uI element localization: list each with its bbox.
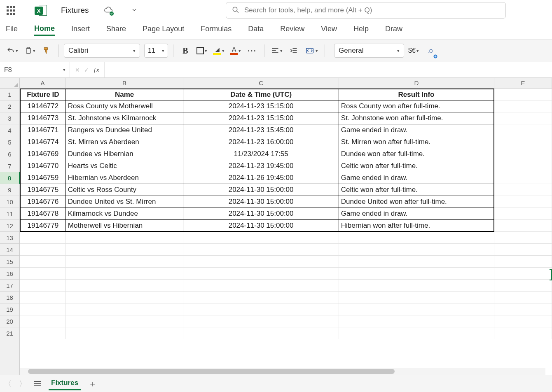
- cell[interactable]: [494, 208, 552, 220]
- indent-button[interactable]: [287, 43, 301, 58]
- cell[interactable]: [494, 303, 552, 315]
- cell[interactable]: 2024-11-30 15:00:00: [183, 220, 339, 232]
- all-sheets-icon[interactable]: [34, 381, 41, 386]
- column-header-D[interactable]: D: [339, 78, 494, 88]
- cell[interactable]: 2024-11-30 15:00:00: [183, 196, 339, 208]
- cell[interactable]: [20, 244, 66, 256]
- cell[interactable]: [20, 256, 66, 268]
- spreadsheet-grid[interactable]: ABCDE 123456789101112131415161718192021 …: [0, 78, 552, 375]
- cell[interactable]: Game ended in draw.: [339, 172, 494, 184]
- cell[interactable]: [339, 327, 494, 339]
- cell[interactable]: [339, 292, 494, 303]
- row-header[interactable]: 21: [0, 327, 19, 339]
- row-header[interactable]: 6: [0, 148, 19, 160]
- sheet-nav-next-icon[interactable]: 〉: [19, 379, 26, 389]
- row-header[interactable]: 19: [0, 303, 19, 315]
- sheet-tab-active[interactable]: Fixtures: [49, 377, 81, 390]
- cell[interactable]: Celtic won after full-time.: [339, 160, 494, 172]
- column-header-C[interactable]: C: [183, 78, 339, 88]
- cell[interactable]: Ross County won after full-time.: [339, 100, 494, 112]
- paste-button[interactable]: ▾: [22, 43, 37, 58]
- cell[interactable]: [494, 184, 552, 196]
- cell[interactable]: Celtic won after full-time.: [339, 184, 494, 196]
- cell[interactable]: St. Johnstone won after full-time.: [339, 112, 494, 124]
- cell[interactable]: [494, 160, 552, 172]
- cell[interactable]: [339, 268, 494, 280]
- cell[interactable]: Fixture ID: [20, 89, 66, 100]
- column-header-E[interactable]: E: [494, 78, 552, 88]
- cell[interactable]: Dundee United vs St. Mirren: [66, 196, 184, 208]
- cell[interactable]: [494, 148, 552, 160]
- cell[interactable]: 19146779: [20, 220, 66, 232]
- cell[interactable]: [20, 268, 66, 280]
- row-header[interactable]: 17: [0, 280, 19, 292]
- cell[interactable]: 19146778: [20, 208, 66, 220]
- cell[interactable]: 2024-11-30 15:00:00: [183, 184, 339, 196]
- cell[interactable]: [183, 232, 339, 244]
- cell[interactable]: [494, 112, 552, 124]
- cell[interactable]: [494, 256, 552, 268]
- row-header[interactable]: 2: [0, 100, 19, 112]
- cell[interactable]: Dundee United won after full-time.: [339, 196, 494, 208]
- cell[interactable]: St. Mirren won after full-time.: [339, 136, 494, 148]
- cell[interactable]: [66, 232, 184, 244]
- cell[interactable]: 19146771: [20, 124, 66, 136]
- row-header[interactable]: 15: [0, 256, 19, 268]
- cell[interactable]: St. Mirren vs Aberdeen: [66, 136, 184, 148]
- cell[interactable]: Date & Time (UTC): [183, 89, 339, 100]
- cell[interactable]: 19146759: [20, 172, 66, 184]
- cell[interactable]: [494, 172, 552, 184]
- cell[interactable]: [494, 220, 552, 232]
- row-header[interactable]: 9: [0, 184, 19, 196]
- cell[interactable]: [494, 268, 552, 280]
- cell[interactable]: Hearts vs Celtic: [66, 160, 184, 172]
- cell[interactable]: [494, 327, 552, 339]
- cell[interactable]: Name: [66, 89, 184, 100]
- cell[interactable]: [20, 303, 66, 315]
- document-title[interactable]: Fixtures: [61, 6, 89, 15]
- cell[interactable]: [183, 315, 339, 327]
- formula-input[interactable]: [105, 62, 552, 77]
- cell[interactable]: 2024-11-23 15:15:00: [183, 112, 339, 124]
- cell[interactable]: [66, 256, 184, 268]
- cell[interactable]: [494, 315, 552, 327]
- accept-formula-icon[interactable]: ✓: [84, 67, 89, 73]
- cell[interactable]: [339, 303, 494, 315]
- cell[interactable]: [183, 292, 339, 303]
- cell[interactable]: 19146769: [20, 148, 66, 160]
- increase-decimal-button[interactable]: .0: [423, 43, 437, 58]
- cell[interactable]: 2024-11-23 19:45:00: [183, 160, 339, 172]
- cell[interactable]: [66, 244, 184, 256]
- cell[interactable]: [183, 256, 339, 268]
- tab-review[interactable]: Review: [280, 25, 304, 35]
- cell[interactable]: 19146772: [20, 100, 66, 112]
- cell[interactable]: [494, 89, 552, 100]
- select-all-corner[interactable]: [0, 78, 20, 89]
- cell[interactable]: [339, 280, 494, 292]
- cell[interactable]: [494, 232, 552, 244]
- tab-file[interactable]: File: [6, 25, 18, 35]
- tab-help[interactable]: Help: [353, 25, 369, 35]
- cell[interactable]: Dundee won after full-time.: [339, 148, 494, 160]
- cell[interactable]: Rangers vs Dundee United: [66, 124, 184, 136]
- cell[interactable]: [66, 327, 184, 339]
- row-header[interactable]: 14: [0, 244, 19, 256]
- row-header[interactable]: 12: [0, 220, 19, 232]
- tab-data[interactable]: Data: [248, 25, 264, 35]
- cell[interactable]: [339, 244, 494, 256]
- tab-draw[interactable]: Draw: [385, 25, 402, 35]
- cell[interactable]: [339, 315, 494, 327]
- cell[interactable]: [183, 280, 339, 292]
- row-header[interactable]: 13: [0, 232, 19, 244]
- name-box[interactable]: F8 ▾: [0, 62, 70, 77]
- cell[interactable]: [339, 256, 494, 268]
- tab-home[interactable]: Home: [34, 24, 55, 36]
- tab-formulas[interactable]: Formulas: [201, 25, 232, 35]
- cell[interactable]: Dundee vs Hibernian: [66, 148, 184, 160]
- cell[interactable]: [494, 100, 552, 112]
- cancel-formula-icon[interactable]: ✕: [75, 67, 80, 73]
- row-header[interactable]: 20: [0, 315, 19, 327]
- cell[interactable]: [20, 280, 66, 292]
- tab-view[interactable]: View: [321, 25, 337, 35]
- cell[interactable]: 19146774: [20, 136, 66, 148]
